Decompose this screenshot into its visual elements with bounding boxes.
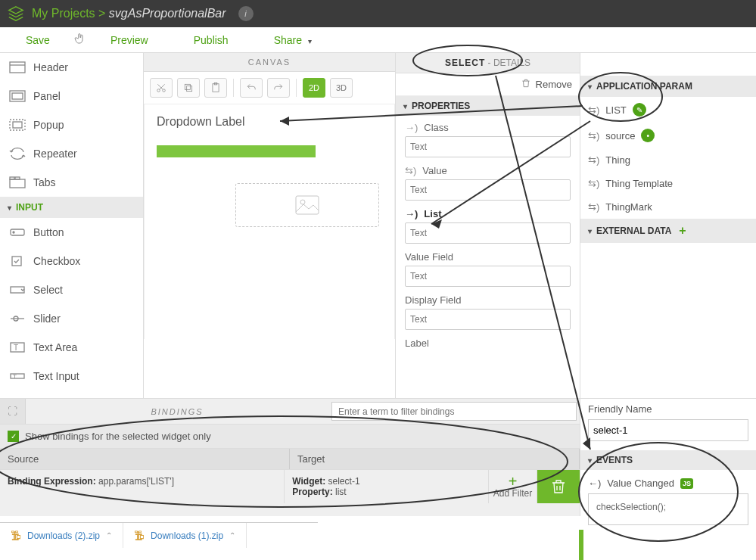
dropdown-bar bbox=[157, 145, 316, 157]
prop-valuefield-input[interactable] bbox=[405, 266, 571, 287]
dropdown-widget[interactable]: Dropdown Label bbox=[157, 115, 382, 157]
target-prop-label: Property: bbox=[292, 487, 332, 497]
preview-button[interactable]: Preview bbox=[100, 30, 159, 51]
param-source[interactable]: ⇆) source • bbox=[580, 123, 756, 148]
dropdown-label: Dropdown Label bbox=[157, 115, 382, 129]
event-value-changed[interactable]: ←) Value Changed JS bbox=[588, 470, 748, 493]
delete-binding-button[interactable] bbox=[537, 470, 580, 503]
widget-repeater[interactable]: Repeater bbox=[0, 139, 143, 168]
section-app-params[interactable]: ▾ APPLICATION PARAM bbox=[580, 76, 756, 97]
paste-button[interactable] bbox=[204, 78, 227, 98]
svg-rect-4 bbox=[10, 120, 25, 130]
section-label: EXTERNAL DATA bbox=[596, 226, 671, 236]
cut-button[interactable] bbox=[150, 78, 173, 98]
remove-button[interactable]: Remove bbox=[536, 79, 572, 90]
share-label: Share bbox=[274, 34, 302, 46]
info-icon[interactable]: i bbox=[238, 6, 254, 21]
downloads-bar: 🗜 Downloads (2).zip ⌃ 🗜 Downloads (1).zi… bbox=[0, 522, 318, 548]
svg-rect-11 bbox=[12, 257, 21, 266]
details-title: SELECT - DETAILS bbox=[396, 53, 580, 73]
prop-label: Label bbox=[405, 338, 429, 349]
view-3d-button[interactable]: 3D bbox=[330, 78, 353, 98]
breadcrumb-root[interactable]: My Projects bbox=[32, 7, 95, 20]
zip-icon: 🗜 bbox=[11, 530, 21, 542]
widget-select[interactable]: Select bbox=[0, 275, 143, 304]
widget-checkbox[interactable]: Checkbox bbox=[0, 247, 143, 275]
add-filter-button[interactable]: + Add Filter bbox=[489, 470, 537, 503]
header-icon bbox=[9, 61, 26, 74]
add-icon[interactable]: + bbox=[679, 224, 686, 238]
svg-rect-7 bbox=[10, 177, 14, 179]
details-actions: Remove bbox=[396, 73, 580, 96]
friendly-name-input[interactable] bbox=[588, 419, 748, 441]
svg-rect-23 bbox=[213, 84, 219, 92]
add-filter-label: Add Filter bbox=[493, 488, 532, 499]
chevron-up-icon[interactable]: ⌃ bbox=[229, 531, 235, 540]
param-list[interactable]: ⇆) LIST ✎ bbox=[580, 97, 756, 123]
chevron-down-icon: ▾ bbox=[308, 37, 312, 45]
bind-out-icon[interactable]: →) bbox=[405, 122, 418, 133]
widget-label: Select bbox=[33, 284, 63, 296]
redo-button[interactable] bbox=[267, 78, 290, 98]
trash-icon[interactable] bbox=[521, 78, 531, 91]
app-logo-icon bbox=[8, 5, 24, 22]
view-2d-button[interactable]: 2D bbox=[303, 78, 325, 98]
widget-textinput[interactable]: T Text Input bbox=[0, 362, 143, 390]
prop-displayfield: Display Field bbox=[396, 288, 580, 331]
param-thingmark[interactable]: ⇆) ThingMark bbox=[580, 195, 756, 219]
param-label: ThingMark bbox=[605, 201, 652, 213]
widget-panel[interactable]: Panel bbox=[0, 82, 143, 110]
prop-value-input[interactable] bbox=[405, 179, 571, 201]
image-placeholder-widget[interactable] bbox=[235, 183, 379, 227]
copy-button[interactable] bbox=[177, 78, 200, 98]
event-body-input[interactable]: checkSelection(); bbox=[588, 493, 748, 525]
download-item[interactable]: 🗜 Downloads (1).zip ⌃ bbox=[123, 523, 247, 548]
expand-icon[interactable]: ⛶ bbox=[0, 399, 26, 424]
section-events[interactable]: ▾ EVENTS bbox=[580, 450, 756, 470]
chevron-up-icon[interactable]: ⌃ bbox=[106, 531, 112, 540]
widget-label: Button bbox=[33, 226, 64, 238]
widget-button[interactable]: Button bbox=[0, 218, 143, 247]
widget-label: Panel bbox=[33, 90, 61, 102]
bindings-panel: ⛶ BINDINGS ✓ Show bindings for the selec… bbox=[0, 399, 580, 516]
bindings-filter-input[interactable] bbox=[331, 402, 577, 421]
bind-both-icon: ⇆) bbox=[588, 178, 599, 189]
widget-header[interactable]: Header bbox=[0, 53, 143, 82]
binding-target: Widget: select-1 Property: list bbox=[285, 470, 489, 503]
bind-both-icon[interactable]: ⇆) bbox=[405, 165, 416, 176]
widget-textarea[interactable]: T Text Area bbox=[0, 333, 143, 362]
section-external-data[interactable]: ▾ EXTERNAL DATA + bbox=[580, 219, 756, 243]
bind-both-icon: ⇆) bbox=[588, 201, 599, 213]
widget-popup[interactable]: Popup bbox=[0, 110, 143, 139]
prop-list-input[interactable] bbox=[405, 222, 571, 244]
param-label: Thing bbox=[605, 154, 630, 166]
undo-button[interactable] bbox=[240, 78, 263, 98]
edit-icon[interactable]: ✎ bbox=[633, 103, 646, 117]
details-title-rest: - DETAILS bbox=[488, 58, 530, 68]
section-input[interactable]: ▾ INPUT bbox=[0, 197, 143, 218]
widget-slider[interactable]: Slider bbox=[0, 304, 143, 333]
bindings-scope-checkbox[interactable]: ✓ bbox=[8, 431, 19, 442]
canvas-area[interactable]: Dropdown Label bbox=[144, 104, 395, 339]
save-button[interactable]: Save bbox=[15, 30, 61, 51]
button-icon bbox=[9, 226, 26, 239]
svg-rect-8 bbox=[15, 177, 20, 179]
chevron-down-icon: ▾ bbox=[588, 227, 592, 235]
section-label: PROPERTIES bbox=[412, 101, 470, 111]
target-widget-value: select-1 bbox=[328, 476, 360, 487]
param-thingtemplate[interactable]: ⇆) Thing Template bbox=[580, 172, 756, 195]
bind-out-icon[interactable]: →) bbox=[405, 208, 418, 219]
svg-rect-21 bbox=[185, 84, 190, 89]
select-icon bbox=[9, 283, 26, 297]
details-title-strong: SELECT bbox=[445, 58, 485, 68]
prop-displayfield-input[interactable] bbox=[405, 309, 571, 330]
param-thing[interactable]: ⇆) Thing bbox=[580, 148, 756, 172]
widget-tabs[interactable]: Tabs bbox=[0, 168, 143, 197]
share-button[interactable]: Share ▾ bbox=[263, 30, 322, 51]
section-properties[interactable]: ▾ PROPERTIES bbox=[396, 96, 580, 116]
publish-button[interactable]: Publish bbox=[183, 30, 239, 51]
prop-class-input[interactable] bbox=[405, 136, 571, 157]
download-item[interactable]: 🗜 Downloads (2).zip ⌃ bbox=[0, 523, 123, 548]
resize-handle[interactable] bbox=[579, 530, 583, 560]
interaction-mode-icon[interactable] bbox=[65, 32, 95, 48]
